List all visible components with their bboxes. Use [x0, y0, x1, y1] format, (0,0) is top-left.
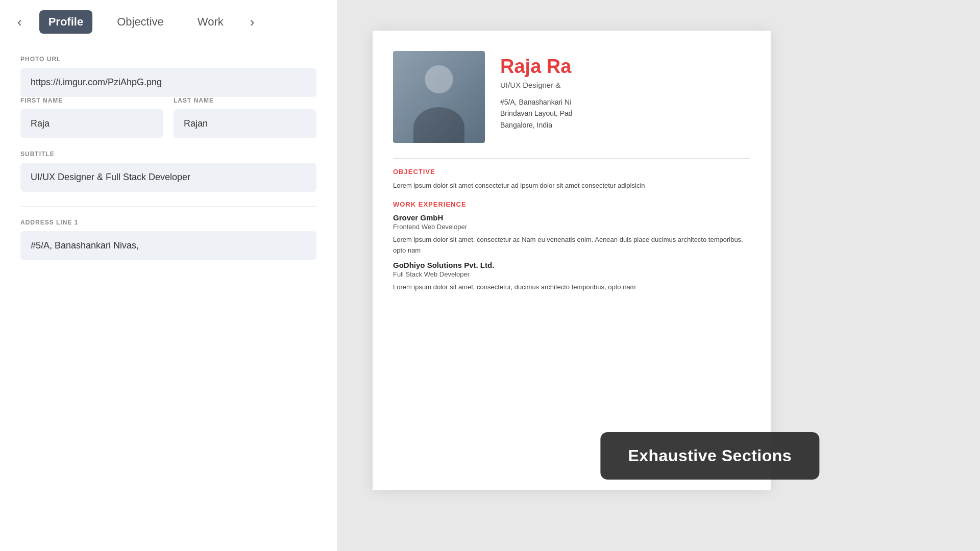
first-name-input[interactable] [20, 109, 163, 138]
form-divider [20, 206, 316, 207]
job-1-description: Lorem ipsum dolor sit amet, consectetur,… [393, 282, 750, 293]
panel-gap [337, 0, 352, 551]
last-name-input[interactable] [174, 109, 316, 138]
first-name-label: FIRST NAME [20, 97, 163, 104]
tab-objective[interactable]: Objective [108, 10, 173, 34]
job-1-role: Full Stack Web Developer [393, 270, 750, 278]
resume-header: Raja Ra UI/UX Designer & #5/A, Banashank… [393, 51, 750, 143]
resume-address: #5/A, Banashankari Ni Brindavan Layout, … [500, 96, 750, 131]
photo-url-input[interactable] [20, 68, 316, 97]
first-name-col: FIRST NAME [20, 97, 163, 138]
last-name-label: LAST NAME [174, 97, 316, 104]
address-label: ADDRESS LINE 1 [20, 219, 316, 226]
resume-preview: Raja Ra UI/UX Designer & #5/A, Banashank… [373, 31, 771, 490]
resume-subtitle-text: UI/UX Designer & [500, 81, 750, 89]
resume-photo [393, 51, 485, 143]
tab-bar: ‹ Profile Objective Work › [0, 0, 337, 39]
resume-address-line2: Brindavan Layout, Pad [500, 108, 750, 119]
resume-name-block: Raja Ra UI/UX Designer & #5/A, Banashank… [500, 51, 750, 131]
right-panel: Raja Ra UI/UX Designer & #5/A, Banashank… [352, 0, 980, 551]
objective-text: Lorem ipsum dolor sit amet consectetur a… [393, 181, 750, 191]
subtitle-label: SUBTITLE [20, 151, 316, 158]
job-item-0: Grover GmbH Frontend Web Developer Lorem… [393, 213, 750, 256]
name-row: FIRST NAME LAST NAME [20, 97, 316, 138]
address-input[interactable] [20, 231, 316, 260]
resume-address-line1: #5/A, Banashankari Ni [500, 96, 750, 108]
subtitle-input[interactable] [20, 163, 316, 192]
prev-tab-button[interactable]: ‹ [15, 11, 24, 33]
objective-title: OBJECTIVE [393, 168, 750, 176]
tab-work[interactable]: Work [188, 10, 233, 34]
job-1-company: GoDhiyo Solutions Pvt. Ltd. [393, 261, 750, 269]
tab-profile[interactable]: Profile [39, 10, 92, 34]
job-0-company: Grover GmbH [393, 213, 750, 222]
photo-url-label: PHOTO URL [20, 56, 316, 63]
work-title: WORK EXPERIENCE [393, 201, 750, 208]
last-name-col: LAST NAME [174, 97, 316, 138]
left-panel: ‹ Profile Objective Work › PHOTO URL FIR… [0, 0, 337, 551]
next-tab-button[interactable]: › [248, 11, 257, 33]
resume-address-line3: Bangalore, India [500, 119, 750, 131]
job-item-1: GoDhiyo Solutions Pvt. Ltd. Full Stack W… [393, 261, 750, 293]
form-content: PHOTO URL FIRST NAME LAST NAME SUBTITLE … [0, 39, 337, 551]
resume-divider-1 [393, 158, 750, 159]
job-0-description: Lorem ipsum dolor sit amet, consectetur … [393, 235, 750, 256]
job-0-role: Frontend Web Developer [393, 223, 750, 231]
resume-name: Raja Ra [500, 56, 750, 78]
toast-overlay: Exhaustive Sections [600, 432, 819, 480]
